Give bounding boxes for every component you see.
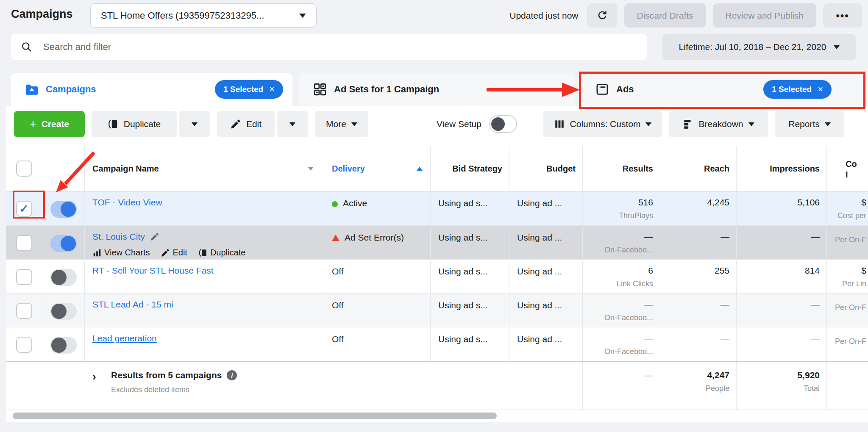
account-selector-dropdown[interactable]: STL Home Offers (193599752313295...	[90, 3, 317, 28]
discard-drafts-button[interactable]: Discard Drafts	[624, 3, 706, 28]
reach-value: 4,245	[707, 197, 729, 208]
toggle-knob	[61, 202, 76, 217]
pencil-icon[interactable]	[150, 232, 159, 241]
row-checkbox[interactable]	[16, 337, 32, 353]
campaign-toggle-on[interactable]	[50, 201, 77, 218]
duplicate-button[interactable]: Duplicate	[92, 111, 177, 137]
reports-button[interactable]: Reports	[775, 111, 844, 137]
edit-label: Edit	[246, 119, 262, 129]
toggle-knob	[51, 304, 67, 319]
bid-strategy-cell: Using ad s...	[431, 294, 509, 327]
account-selector-value: STL Home Offers (193599752313295...	[101, 10, 292, 21]
summary-title: Results from 5 campaigns	[111, 370, 222, 380]
campaign-name-link[interactable]: RT - Sell Your STL House Fast	[92, 266, 214, 276]
results-value: —	[644, 333, 653, 343]
ad-sets-grid-icon	[313, 82, 327, 97]
campaign-toggle-off[interactable]	[50, 337, 77, 354]
delivery-status: Ad Set Error(s)	[345, 233, 404, 243]
create-button[interactable]: + Create	[14, 111, 85, 137]
select-all-checkbox[interactable]	[16, 161, 32, 177]
topbar-actions: Updated just now Discard Drafts Review a…	[509, 3, 862, 28]
view-charts-action[interactable]: View Charts	[92, 248, 150, 258]
results-sub: On-Faceboo...	[604, 347, 653, 356]
more-options-button[interactable]: •••	[823, 3, 862, 28]
header-campaign-name[interactable]: Campaign Name	[85, 146, 324, 191]
campaign-name-link[interactable]: St. Louis City	[92, 232, 145, 242]
ads-selected-badge[interactable]: 1 Selected ×	[763, 80, 832, 99]
view-setup-label: View Setup	[437, 119, 481, 129]
results-sub: On-Faceboo...	[604, 313, 653, 322]
clear-selection-icon[interactable]: ×	[818, 84, 823, 95]
header-impressions[interactable]: Impressions	[737, 146, 827, 191]
edit-button[interactable]: Edit	[217, 111, 275, 137]
edit-dropdown-button[interactable]	[277, 111, 308, 137]
toggle-knob	[491, 117, 505, 131]
toolbar: + Create Duplicate Edit More View Setup …	[0, 111, 868, 137]
header-cost-truncated[interactable]: CoI	[827, 146, 868, 191]
date-range-dropdown[interactable]: Lifetime: Jul 10, 2018 – Dec 21, 2020	[662, 34, 856, 60]
columns-button[interactable]: Columns: Custom	[543, 111, 662, 137]
review-publish-button[interactable]: Review and Publish	[713, 3, 816, 28]
duplicate-icon	[198, 248, 208, 258]
tab-ad-sets[interactable]: Ad Sets for 1 Campaign	[299, 73, 575, 106]
summary-results: —	[644, 370, 653, 380]
date-range-label: Lifetime: Jul 10, 2018 – Dec 21, 2020	[679, 42, 826, 52]
table-row: St. Louis City View Charts	[6, 226, 868, 260]
header-reach[interactable]: Reach	[660, 146, 737, 191]
campaign-name-link[interactable]: Lead generation	[92, 333, 157, 343]
campaign-toggle-off[interactable]	[50, 303, 77, 320]
chevron-down-icon[interactable]	[308, 167, 314, 171]
duplicate-dropdown-button[interactable]	[179, 111, 210, 137]
table-header-row: Campaign Name Delivery Bid Strategy Budg…	[6, 146, 868, 191]
results-sub: ThruPlays	[619, 211, 653, 220]
results-sub: On-Faceboo...	[604, 246, 653, 255]
updated-status: Updated just now	[509, 11, 578, 21]
campaigns-selected-badge[interactable]: 1 Selected ×	[215, 80, 283, 99]
chevron-down-icon	[825, 122, 831, 126]
duplicate-action[interactable]: Duplicate	[198, 248, 245, 258]
results-value: 6	[648, 266, 653, 276]
view-setup-toggle[interactable]	[489, 115, 517, 133]
breakdown-button[interactable]: Breakdown	[669, 111, 768, 137]
row-checkbox[interactable]	[16, 303, 32, 319]
info-icon[interactable]: i	[227, 370, 237, 380]
header-budget[interactable]: Budget	[509, 146, 583, 191]
refresh-button[interactable]	[587, 3, 618, 28]
search-input[interactable]: Search and filter	[11, 34, 647, 60]
chevron-down-icon	[748, 122, 754, 126]
edit-action[interactable]: Edit	[161, 248, 187, 258]
tab-ads[interactable]: Ads 1 Selected ×	[581, 73, 868, 106]
campaign-name-link[interactable]: STL Lead Ad - 15 mi	[92, 299, 173, 310]
row-checkbox-checked[interactable]: ✓	[16, 201, 32, 217]
campaign-toggle-on[interactable]	[50, 235, 77, 252]
row-checkbox[interactable]	[16, 269, 32, 285]
summary-impressions: 5,920	[797, 370, 820, 380]
results-value: —	[644, 232, 653, 242]
more-button[interactable]: More	[315, 111, 368, 137]
row-hover-actions: View Charts Edit Duplicate	[92, 248, 320, 258]
header-bid-strategy[interactable]: Bid Strategy	[431, 146, 509, 191]
campaign-name-link[interactable]: TOF - Video View	[92, 197, 162, 208]
tab-campaigns[interactable]: Campaigns 1 Selected ×	[11, 73, 292, 106]
tab-ad-sets-label: Ad Sets for 1 Campaign	[334, 84, 439, 95]
cost-value: $	[861, 266, 866, 276]
expand-chevron-icon[interactable]: ›	[92, 370, 111, 410]
results-sub: Link Clicks	[617, 280, 653, 288]
bid-strategy-cell: Using ad s...	[431, 327, 509, 361]
horizontal-scrollbar[interactable]	[13, 413, 497, 419]
impressions-value: —	[811, 333, 820, 343]
clear-selection-icon[interactable]: ×	[269, 84, 275, 95]
bar-chart-icon	[92, 248, 102, 258]
table-row: STL Lead Ad - 15 mi Off Using ad s... Us…	[6, 294, 868, 327]
header-delivery[interactable]: Delivery	[324, 146, 431, 191]
toggle-knob	[51, 338, 67, 353]
campaign-toggle-off[interactable]	[50, 269, 77, 286]
table-row: RT - Sell Your STL House Fast Off Using …	[6, 260, 868, 294]
pencil-icon	[230, 119, 241, 130]
cost-sub: Cost per	[837, 211, 866, 220]
bid-strategy-cell: Using ad s...	[431, 191, 509, 225]
impressions-value: 5,106	[797, 197, 820, 208]
row-checkbox[interactable]	[16, 235, 32, 251]
sort-ascending-icon	[417, 167, 423, 171]
header-results[interactable]: Results	[583, 146, 660, 191]
